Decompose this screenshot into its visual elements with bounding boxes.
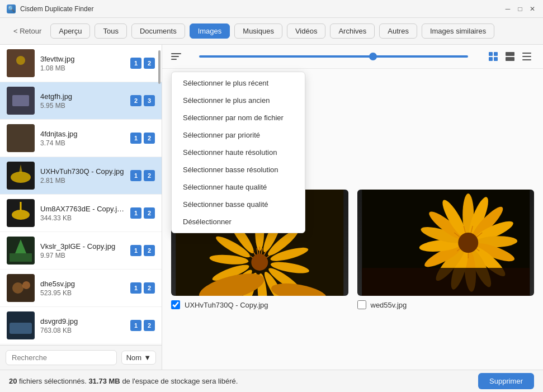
list-item[interactable]: UXHvTuh730Q - Copy.jpg 2.81 MB 1 2 bbox=[0, 157, 162, 195]
dropdown-item-oldest[interactable]: Sélectionner le plus ancien bbox=[172, 92, 305, 109]
file-info: Um8AX7763dE - Copy.jpg 344.33 KB bbox=[40, 205, 125, 222]
list-item[interactable]: dhe5sv.jpg 523.95 KB 1 2 bbox=[0, 270, 162, 307]
svg-point-80 bbox=[458, 233, 478, 253]
svg-rect-22 bbox=[489, 52, 493, 56]
tab-apercu[interactable]: Aperçu bbox=[50, 23, 90, 39]
badge-1: 1 bbox=[130, 320, 141, 331]
svg-rect-27 bbox=[506, 57, 514, 61]
file-badges: 1 2 bbox=[130, 58, 155, 69]
svg-rect-3 bbox=[12, 95, 29, 106]
maximize-button[interactable]: □ bbox=[516, 5, 524, 13]
tab-musiques[interactable]: Musiques bbox=[234, 23, 282, 39]
svg-rect-29 bbox=[522, 56, 531, 57]
badge-2: 2 bbox=[144, 245, 155, 256]
list-item[interactable]: 3fevttw.jpg 1.08 MB 1 2 bbox=[0, 45, 162, 82]
svg-rect-4 bbox=[7, 124, 35, 152]
dropdown-item-low-res[interactable]: Sélectionner basse résolution bbox=[172, 161, 305, 178]
file-size: 3.74 MB bbox=[40, 139, 125, 147]
search-input[interactable] bbox=[6, 350, 117, 365]
list-item[interactable]: 4etgfh.jpg 5.95 MB 2 3 bbox=[0, 82, 162, 120]
list-item[interactable]: dsvgrd9.jpg 763.08 KB 1 2 bbox=[0, 307, 162, 344]
filter-icon[interactable] bbox=[171, 53, 181, 60]
split-view-button[interactable] bbox=[503, 49, 517, 64]
svg-point-7 bbox=[11, 172, 31, 183]
dropdown-item-high-quality[interactable]: Sélectionner haute qualité bbox=[172, 178, 305, 196]
dropdown-item-recent[interactable]: Sélectionner le plus récent bbox=[172, 74, 305, 92]
file-size: 344.33 KB bbox=[40, 214, 125, 222]
search-bar: Nom ▼ bbox=[0, 345, 162, 370]
file-size: 9.97 MB bbox=[40, 252, 125, 259]
svg-point-10 bbox=[12, 210, 30, 220]
file-badges: 1 2 bbox=[130, 320, 155, 331]
files-count-label: fichiers sélectionnés. bbox=[19, 377, 87, 385]
file-badges: 1 2 bbox=[130, 282, 155, 294]
dropdown-item-low-quality[interactable]: Sélectionner basse qualité bbox=[172, 196, 305, 213]
file-name: dsvgrd9.jpg bbox=[40, 317, 125, 325]
svg-rect-13 bbox=[10, 253, 32, 262]
file-name: 4fdnjtas.jpg bbox=[40, 130, 125, 138]
list-item[interactable]: 4fdnjtas.jpg 3.74 MB 1 2 bbox=[0, 120, 162, 157]
badge-2: 2 bbox=[144, 207, 155, 219]
tab-archives[interactable]: Archives bbox=[330, 23, 375, 39]
list-view-button[interactable] bbox=[520, 49, 534, 64]
badge-2: 2 bbox=[144, 320, 155, 331]
delete-button[interactable]: Supprimer bbox=[478, 373, 534, 389]
tab-videos[interactable]: Vidéos bbox=[287, 23, 326, 39]
badge-1: 1 bbox=[130, 58, 141, 69]
tab-autres[interactable]: Autres bbox=[379, 23, 417, 39]
content-area: Sélectionner le plus récent Sélectionner… bbox=[162, 45, 543, 370]
view-mode-buttons bbox=[486, 49, 534, 64]
badge-1: 1 bbox=[130, 133, 141, 144]
scrollbar-indicator[interactable] bbox=[158, 50, 160, 84]
svg-rect-28 bbox=[522, 53, 531, 54]
similar-images-button[interactable]: Images similaires bbox=[422, 23, 494, 39]
app-icon: 🔍 bbox=[7, 4, 16, 13]
file-name: Um8AX7763dE - Copy.jpg bbox=[40, 205, 125, 213]
badge-1: 1 bbox=[130, 170, 141, 181]
status-text: 20 fichiers sélectionnés. 31.73 MB de l'… bbox=[9, 377, 238, 385]
svg-rect-19 bbox=[10, 323, 32, 334]
dropdown-item-deselect[interactable]: Désélectionner bbox=[172, 213, 305, 230]
file-info: 4etgfh.jpg 5.95 MB bbox=[40, 92, 125, 110]
dropdown-item-filename[interactable]: Sélectionner par nom de fichier bbox=[172, 109, 305, 126]
dropdown-item-priority[interactable]: Sélectionner par priorité bbox=[172, 126, 305, 144]
file-name: 4etgfh.jpg bbox=[40, 92, 125, 101]
file-list-sidebar: 3fevttw.jpg 1.08 MB 1 2 4etgfh.jpg 5.95 … bbox=[0, 45, 162, 370]
file-name: 3fevttw.jpg bbox=[40, 55, 125, 63]
tab-tous[interactable]: Tous bbox=[95, 23, 126, 39]
image-caption-2: wed55v.jpg bbox=[357, 300, 535, 309]
file-thumbnail bbox=[7, 87, 35, 115]
image-checkbox-1[interactable] bbox=[171, 300, 180, 309]
image-checkbox-2[interactable] bbox=[357, 300, 366, 309]
image-preview-2 bbox=[357, 190, 535, 296]
dropdown-item-high-res[interactable]: Sélectionner haute résolution bbox=[172, 144, 305, 161]
storage-label: de l'espace de stockage sera libéré. bbox=[122, 377, 238, 385]
file-name: Vkslr_3plGE - Copy.jpg bbox=[40, 242, 125, 251]
file-info: 3fevttw.jpg 1.08 MB bbox=[40, 55, 125, 72]
app-title: Cisdem Duplicate Finder bbox=[20, 5, 504, 13]
tab-documents[interactable]: Documents bbox=[131, 23, 185, 39]
file-thumbnail bbox=[7, 274, 35, 302]
back-button[interactable]: < Retour bbox=[9, 25, 46, 37]
list-item[interactable]: Vkslr_3plGE - Copy.jpg 9.97 MB 1 2 bbox=[0, 232, 162, 270]
list-item[interactable]: Um8AX7763dE - Copy.jpg 344.33 KB 1 2 bbox=[0, 195, 162, 232]
sort-select[interactable]: Nom ▼ bbox=[121, 351, 156, 365]
svg-rect-26 bbox=[506, 52, 514, 56]
file-thumbnail bbox=[7, 162, 35, 190]
sort-label: Nom bbox=[126, 353, 141, 362]
file-info: UXHvTuh730Q - Copy.jpg 2.81 MB bbox=[40, 167, 125, 185]
file-info: dsvgrd9.jpg 763.08 KB bbox=[40, 317, 125, 334]
sort-chevron-icon: ▼ bbox=[144, 353, 151, 362]
file-info: dhe5sv.jpg 523.95 KB bbox=[40, 280, 125, 297]
minimize-button[interactable]: ─ bbox=[504, 5, 512, 13]
file-thumbnail bbox=[7, 124, 35, 152]
window-controls: ─ □ ✕ bbox=[504, 5, 536, 13]
svg-point-1 bbox=[16, 56, 25, 65]
files-count: 20 bbox=[9, 377, 17, 385]
file-info: 4fdnjtas.jpg 3.74 MB bbox=[40, 130, 125, 147]
close-button[interactable]: ✕ bbox=[528, 5, 536, 13]
grid-view-button[interactable] bbox=[486, 49, 500, 64]
file-badges: 1 2 bbox=[130, 170, 155, 181]
tab-images[interactable]: Images bbox=[190, 23, 230, 39]
zoom-slider[interactable] bbox=[199, 55, 468, 58]
